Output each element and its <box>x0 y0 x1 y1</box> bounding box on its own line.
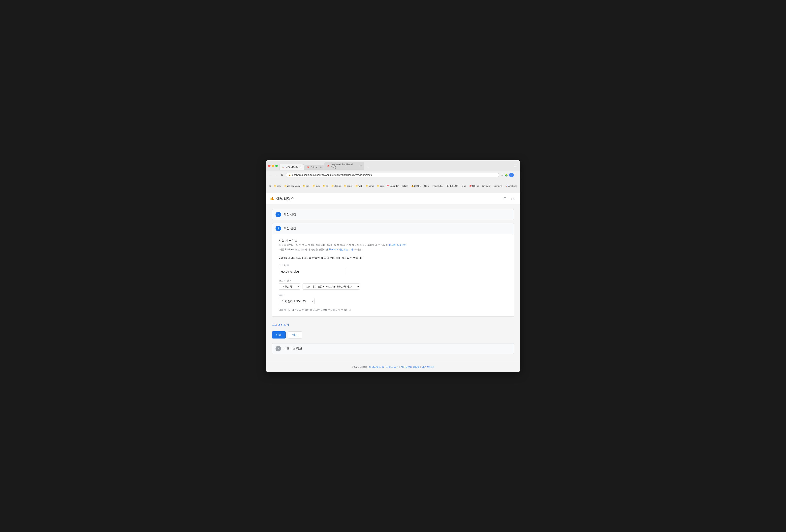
bookmark-penielcho[interactable]: PenielCho <box>431 184 444 188</box>
property-name-group: 속성 이름: <box>279 264 507 275</box>
tab-close-peniel[interactable]: ✕ <box>360 165 362 167</box>
bookmark-tech[interactable]: 📁 tech <box>311 184 321 188</box>
footer-copyright: ©2021 Google <box>352 365 367 368</box>
bookmark-label: web <box>359 185 362 187</box>
address-bar: ← → ↻ 🔒 analytics.google.com/analytics/w… <box>266 171 520 179</box>
bookmark-label: Domains <box>493 185 502 187</box>
bookmark-cau[interactable]: 📁 cau <box>376 184 385 188</box>
bookmark-label: some <box>369 185 374 187</box>
bookmark-label: Calendar <box>390 185 399 187</box>
prev-button[interactable]: 이전 <box>288 331 302 339</box>
reload-button[interactable]: ↻ <box>280 173 284 177</box>
menu-icon[interactable]: ⋮ <box>515 173 518 177</box>
bookmark-label: Calm <box>424 185 430 187</box>
folder-icon: 📁 <box>313 185 315 187</box>
tab-label-peniel: thepienielcho (Peniel Cho) <box>331 163 358 169</box>
bookmark-some[interactable]: 📁 some <box>364 184 375 188</box>
learn-more-link[interactable]: 자세히 알아보기 <box>389 244 406 246</box>
tab-label-github: GitHub <box>311 166 318 169</box>
github-icon: 🐙 <box>469 185 471 187</box>
bookmark-web[interactable]: 📁 web <box>354 184 364 188</box>
next-button[interactable]: 다음 <box>272 331 286 339</box>
bookmark-domains[interactable]: Domains <box>492 184 503 188</box>
timezone-country-select[interactable]: 대한민국 <box>279 284 300 290</box>
bookmark-job-openings[interactable]: 📁 job openings <box>283 184 301 188</box>
bookmark-github[interactable]: 🐙 GitHub <box>468 184 480 188</box>
tab-favicon-analytics: 📊 <box>282 166 285 168</box>
section-desc1: 속성은 비즈니스의 웹 또는 앱 데이터를 나타냅니다. 계정 하나에 1개 이… <box>279 243 507 247</box>
step3-check-icon: ✓ <box>277 347 279 350</box>
tab-github[interactable]: 🐙 GitHub ✕ <box>304 165 324 170</box>
buttons-row: 다음 이전 <box>272 331 514 339</box>
bookmark-label: cau <box>380 185 384 187</box>
bookmark-eclass[interactable]: eclass <box>401 184 409 188</box>
url-text: analytics.google.com/analytics/web/provi… <box>292 174 496 176</box>
header-icons: ⊞ ◁▷ <box>503 195 515 202</box>
bookmark-label: Blog <box>462 185 466 187</box>
step3-section: ✓ 비즈니스 정보 <box>272 343 514 354</box>
property-name-input[interactable] <box>279 268 346 275</box>
bookmark-mail[interactable]: 📁 mail <box>273 184 282 188</box>
bookmark-label: 2021-2 <box>414 185 421 187</box>
bookmark-penielogy[interactable]: PENIELOGY <box>444 184 460 188</box>
bookmark-calendar[interactable]: 📅 Calendar <box>386 184 400 188</box>
forward-button[interactable]: → <box>274 173 278 177</box>
bookmark-linkedin[interactable]: LinkedIn <box>481 184 492 188</box>
step1-label: 계정 설정 <box>283 213 296 216</box>
bookmark-2021[interactable]: ⚠️ 2021-2 <box>410 184 422 188</box>
code-view-button[interactable]: ◁▷ <box>510 196 515 201</box>
bookmark-analytics[interactable]: 📊 Analytics <box>504 184 518 188</box>
close-window-button[interactable] <box>268 165 271 167</box>
tab-close-analytics[interactable]: ✕ <box>300 166 301 168</box>
grid-view-button[interactable]: ⊞ <box>503 195 508 202</box>
minimize-window-button[interactable] <box>272 165 274 167</box>
bookmark-calm[interactable]: Calm <box>423 184 431 188</box>
bookmark-csdm[interactable]: 📁 csdm <box>343 184 353 188</box>
back-button[interactable]: ← <box>268 173 273 177</box>
step3-header[interactable]: ✓ 비즈니스 정보 <box>272 343 514 354</box>
bookmark-blog[interactable]: Blog <box>460 184 467 188</box>
apps-grid-icon: ⊞ <box>269 185 271 187</box>
footer-privacy[interactable]: 개인정보처리방침 <box>400 365 420 368</box>
new-tab-button[interactable]: + <box>365 165 370 170</box>
advanced-section: 고급 옵션 보기 다음 이전 <box>272 320 514 340</box>
timezone-value-select[interactable]: (그리니치 표준시 +09:00) 대한민국 시간 <box>303 284 360 290</box>
bookmark-label: dev <box>306 185 309 187</box>
bookmark-label: csdm <box>347 185 352 187</box>
footer-terms[interactable]: 서비스 약관 <box>386 365 398 368</box>
tab-label-analytics: 애널리틱스 <box>286 165 298 169</box>
tab-penielcho[interactable]: 🐙 thepienielcho (Peniel Cho) ✕ <box>324 162 364 170</box>
bookmark-label: mail <box>277 185 281 187</box>
footer-feedback[interactable]: 의견 보내기 <box>422 365 434 368</box>
extensions-puzzle-icon[interactable]: 🧩 <box>505 173 508 177</box>
bookmark-apps[interactable]: ⊞ <box>268 184 272 187</box>
page-content: 애널리틱스 ⊞ ◁▷ ✓ 계정 설정 <box>266 193 520 372</box>
facility-info: 시설 세부정보 속성은 비즈니스의 웹 또는 앱 데이터를 나타냅니다. 계정 … <box>279 239 507 251</box>
app-header: 애널리틱스 ⊞ ◁▷ <box>266 193 520 204</box>
firebase-link[interactable]: Firebase 계정으로 이동 <box>329 248 353 251</box>
tab-close-github[interactable]: ✕ <box>320 166 322 168</box>
tab-analytics[interactable]: 📊 애널리틱스 ✕ <box>279 164 304 170</box>
folder-icon: 📁 <box>284 185 287 187</box>
footer-analytics-home[interactable]: 애널리틱스 홈 <box>369 365 384 368</box>
bookmark-star-icon[interactable]: ☆ <box>501 173 503 177</box>
step1-header[interactable]: ✓ 계정 설정 <box>272 209 514 220</box>
step2-label: 속성 설정 <box>283 226 296 230</box>
extensions-icon[interactable]: ⊡ <box>512 163 518 168</box>
bookmark-design[interactable]: 📁 design <box>330 184 342 188</box>
currency-select[interactable]: 미국 달러 (USD US$) <box>279 298 315 304</box>
bookmarks-more-button[interactable]: » <box>519 184 520 188</box>
advanced-options-link[interactable]: 고급 옵션 보기 <box>272 323 289 327</box>
step2-header[interactable]: 2 속성 설정 <box>272 223 514 234</box>
section-title: 시설 세부정보 <box>279 239 507 243</box>
step2-number: 2 <box>278 227 279 230</box>
lock-icon: 🔒 <box>288 174 291 176</box>
app-logo: 애널리틱스 <box>271 196 294 201</box>
bookmark-ott[interactable]: 📁 ott <box>322 184 329 188</box>
form-note: 나중에 관리 메뉴에서 이러한 속성 세부정보를 수정하실 수 있습니다. <box>279 308 507 312</box>
folder-icon: 📁 <box>366 185 368 187</box>
maximize-window-button[interactable] <box>275 165 278 167</box>
url-bar[interactable]: 🔒 analytics.google.com/analytics/web/pro… <box>286 173 499 177</box>
profile-avatar[interactable]: P <box>509 173 514 177</box>
bookmark-dev[interactable]: 📁 dev <box>302 184 311 188</box>
